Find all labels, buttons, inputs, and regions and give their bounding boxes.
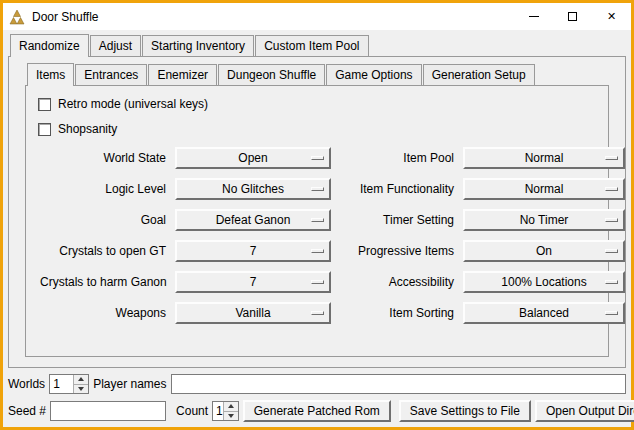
count-spin-buttons <box>223 402 238 420</box>
accessibility-value: 100% Locations <box>501 275 586 289</box>
crystals-harm-ganon-dropdown[interactable]: 7 <box>175 271 331 293</box>
maximize-button[interactable] <box>553 3 592 30</box>
dropdown-indicator-icon <box>311 218 324 222</box>
progressive-items-label: Progressive Items <box>338 244 456 258</box>
count-label: Count <box>176 404 208 418</box>
tab-items[interactable]: Items <box>27 63 74 86</box>
options-form: World State Open Item Pool Normal Logic … <box>40 147 598 324</box>
item-sorting-value: Balanced <box>519 306 569 320</box>
logic-level-value: No Glitches <box>222 182 284 196</box>
tab-game-options[interactable]: Game Options <box>326 64 421 85</box>
world-state-label: World State <box>40 151 168 165</box>
logic-level-dropdown[interactable]: No Glitches <box>175 178 331 200</box>
crystals-open-gt-dropdown[interactable]: 7 <box>175 240 331 262</box>
worlds-label: Worlds <box>8 377 45 391</box>
tab-adjust[interactable]: Adjust <box>90 35 141 56</box>
titlebar[interactable]: Door Shuffle ✕ <box>3 3 631 30</box>
checkbox-unchecked-icon[interactable] <box>38 98 51 111</box>
dropdown-indicator-icon <box>311 249 324 253</box>
tab-entrances[interactable]: Entrances <box>75 64 147 85</box>
tab-generation-setup[interactable]: Generation Setup <box>423 64 535 85</box>
arrow-up-icon <box>228 404 234 408</box>
goal-label: Goal <box>40 213 168 227</box>
seed-label: Seed # <box>8 404 46 418</box>
dropdown-indicator-icon <box>605 311 618 315</box>
shopsanity-checkbox[interactable]: Shopsanity <box>38 122 598 136</box>
retro-mode-checkbox[interactable]: Retro mode (universal keys) <box>38 97 598 111</box>
progressive-items-value: On <box>536 244 552 258</box>
item-pool-label: Item Pool <box>338 151 456 165</box>
sub-tab-bar: Items Entrances Enemizer Dungeon Shuffle… <box>25 63 609 85</box>
dropdown-indicator-icon <box>605 218 618 222</box>
dropdown-indicator-icon <box>311 311 324 315</box>
dropdown-indicator-icon <box>311 187 324 191</box>
arrow-up-icon <box>78 377 84 381</box>
item-pool-value: Normal <box>525 151 564 165</box>
crystals-open-gt-value: 7 <box>250 244 257 258</box>
crystals-harm-ganon-value: 7 <box>250 275 257 289</box>
worlds-spin-down-button[interactable] <box>74 384 88 394</box>
checkbox-unchecked-icon[interactable] <box>38 123 51 136</box>
accessibility-dropdown[interactable]: 100% Locations <box>463 271 625 293</box>
logic-level-label: Logic Level <box>40 182 168 196</box>
door-shuffle-window: Door Shuffle ✕ Randomize Adjust Starting… <box>0 0 634 430</box>
world-state-dropdown[interactable]: Open <box>175 147 331 169</box>
minimize-button[interactable] <box>514 3 553 30</box>
item-functionality-dropdown[interactable]: Normal <box>463 178 625 200</box>
dropdown-indicator-icon <box>605 156 618 160</box>
item-pool-dropdown[interactable]: Normal <box>463 147 625 169</box>
generate-patched-rom-button[interactable]: Generate Patched Rom <box>243 400 391 422</box>
item-functionality-value: Normal <box>525 182 564 196</box>
count-spinbox[interactable]: 1 <box>212 401 239 421</box>
dropdown-indicator-icon <box>311 280 324 284</box>
accessibility-label: Accessibility <box>338 275 456 289</box>
window-controls: ✕ <box>514 3 631 30</box>
count-spin-down-button[interactable] <box>224 411 238 421</box>
worlds-spin-buttons <box>73 375 88 393</box>
randomize-pane: Items Entrances Enemizer Dungeon Shuffle… <box>8 56 626 368</box>
dropdown-indicator-icon <box>605 280 618 284</box>
worlds-value: 1 <box>50 375 73 393</box>
window-content: Randomize Adjust Starting Inventory Cust… <box>3 30 631 427</box>
worlds-spin-up-button[interactable] <box>74 375 88 384</box>
bottom-controls: Worlds 1 Player names Seed # Count 1 <box>8 374 626 422</box>
timer-setting-label: Timer Setting <box>338 213 456 227</box>
seed-input[interactable] <box>50 401 166 421</box>
shopsanity-label: Shopsanity <box>58 122 117 136</box>
item-sorting-dropdown[interactable]: Balanced <box>463 302 625 324</box>
app-icon <box>9 9 25 25</box>
retro-mode-label: Retro mode (universal keys) <box>58 97 208 111</box>
close-icon: ✕ <box>607 11 616 22</box>
tab-starting-inventory[interactable]: Starting Inventory <box>142 35 254 56</box>
player-names-input[interactable] <box>171 374 627 394</box>
timer-setting-dropdown[interactable]: No Timer <box>463 209 625 231</box>
arrow-down-icon <box>228 414 234 418</box>
crystals-open-gt-label: Crystals to open GT <box>40 244 168 258</box>
tab-enemizer[interactable]: Enemizer <box>148 64 217 85</box>
progressive-items-dropdown[interactable]: On <box>463 240 625 262</box>
crystals-harm-ganon-label: Crystals to harm Ganon <box>40 275 168 289</box>
worlds-spinbox[interactable]: 1 <box>49 374 89 394</box>
close-button[interactable]: ✕ <box>592 3 631 30</box>
goal-dropdown[interactable]: Defeat Ganon <box>175 209 331 231</box>
player-names-label: Player names <box>93 377 166 391</box>
tab-randomize[interactable]: Randomize <box>10 34 89 57</box>
tab-custom-item-pool[interactable]: Custom Item Pool <box>255 35 368 56</box>
weapons-dropdown[interactable]: Vanilla <box>175 302 331 324</box>
open-output-directory-button[interactable]: Open Output Directory <box>535 400 634 422</box>
tab-dungeon-shuffle[interactable]: Dungeon Shuffle <box>218 64 325 85</box>
items-pane: Retro mode (universal keys) Shopsanity W… <box>25 85 609 357</box>
save-settings-button[interactable]: Save Settings to File <box>399 400 531 422</box>
window-title: Door Shuffle <box>32 10 99 24</box>
minimize-icon <box>529 16 539 17</box>
item-sorting-label: Item Sorting <box>338 306 456 320</box>
main-tab-bar: Randomize Adjust Starting Inventory Cust… <box>8 34 626 56</box>
timer-setting-value: No Timer <box>520 213 569 227</box>
goal-value: Defeat Ganon <box>216 213 291 227</box>
weapons-label: Weapons <box>40 306 168 320</box>
seed-row: Seed # Count 1 Generate Patched Rom Save… <box>8 400 626 422</box>
count-spin-up-button[interactable] <box>224 402 238 411</box>
maximize-icon <box>568 12 577 21</box>
arrow-down-icon <box>78 387 84 391</box>
worlds-row: Worlds 1 Player names <box>8 374 626 394</box>
